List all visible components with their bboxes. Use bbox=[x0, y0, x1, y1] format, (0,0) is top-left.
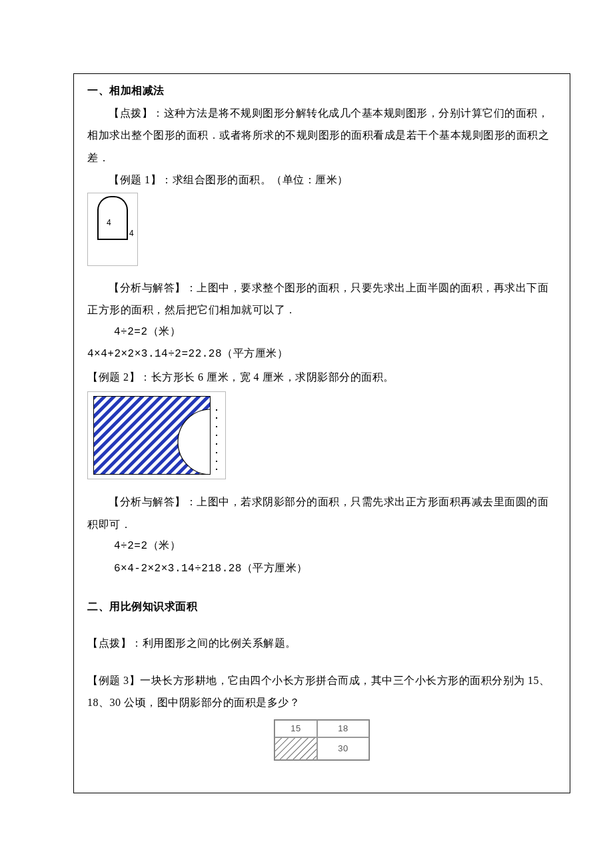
example1-answer: 【分析与解答】：上图中，要求整个图形的面积，只要先求出上面半圆的面积，再求出下面… bbox=[87, 277, 556, 321]
section2-heading: 二、用比例知识求面积 bbox=[87, 595, 556, 618]
section1-heading: 一、相加相减法 bbox=[87, 79, 556, 102]
example1-text: ：求组合图形的面积。（单位：厘米） bbox=[161, 174, 348, 185]
tip-text-2: ：利用图形之间的比例关系解题。 bbox=[131, 637, 297, 649]
example3-figure: 15 18 30 bbox=[87, 719, 556, 768]
example2-label: 【例题 2】 bbox=[87, 371, 140, 383]
example1-title: 【例题 1】：求组合图形的面积。（单位：厘米） bbox=[87, 169, 556, 191]
example1-answer-label: 【分析与解答】 bbox=[109, 282, 186, 293]
example2-text: ：长方形长 6 厘米，宽 4 厘米，求阴影部分的面积。 bbox=[140, 371, 394, 383]
svg-rect-1 bbox=[93, 396, 211, 475]
example1-calc1: 4÷2=2（米） bbox=[87, 321, 556, 344]
example2-answer: 【分析与解答】：上图中，若求阴影部分的面积，只需先求出正方形面积再减去里面圆的面… bbox=[87, 491, 556, 535]
square-shape bbox=[97, 209, 128, 240]
grid-cell-br: 30 bbox=[317, 737, 369, 760]
example1-label: 【例题 1】 bbox=[109, 174, 161, 185]
hatch-fill-icon bbox=[275, 737, 316, 760]
example3-text: 一块长方形耕地，它由四个小长方形拼合而成，其中三个小长方形的面积分别为 15、1… bbox=[87, 675, 550, 709]
svg-rect-4 bbox=[275, 737, 316, 760]
section2-tip: 【点拨】：利用图形之间的比例关系解题。 bbox=[87, 632, 556, 655]
example3-label: 【例题 3】 bbox=[87, 675, 140, 686]
example1-figure: 4 4 bbox=[87, 193, 138, 266]
grid-cell-tl: 15 bbox=[275, 720, 317, 737]
grid-cell-shaded bbox=[275, 737, 317, 760]
example3-title: 【例题 3】一块长方形耕地，它由四个小长方形拼合而成，其中三个小长方形的面积分别… bbox=[87, 669, 556, 714]
example2-answer-label: 【分析与解答】 bbox=[109, 496, 186, 507]
example2-calc2: 6×4-2×2×3.14÷218.28（平方厘米） bbox=[87, 558, 556, 581]
section1-tip: 【点拨】：这种方法是将不规则图形分解转化成几个基本规则图形，分别计算它们的面积，… bbox=[87, 102, 556, 169]
hatched-rect-icon bbox=[93, 396, 219, 475]
figure1-label-side: 4 bbox=[129, 225, 134, 242]
dotted-edge bbox=[215, 409, 219, 471]
example2-calc1: 4÷2=2（米） bbox=[87, 535, 556, 558]
example2-figure bbox=[87, 391, 226, 479]
tip-label-2: 【点拨】 bbox=[87, 637, 131, 649]
tip-text: ：这种方法是将不规则图形分解转化成几个基本规则图形，分别计算它们的面积，相加求出… bbox=[87, 107, 549, 163]
figure1-label-top: 4 bbox=[107, 215, 111, 231]
example1-calc2: 4×4+2×2×3.14÷2=22.28（平方厘米） bbox=[87, 343, 556, 366]
page-content: 一、相加相减法 【点拨】：这种方法是将不规则图形分解转化成几个基本规则图形，分别… bbox=[74, 74, 570, 775]
grid-cell-tr: 18 bbox=[317, 720, 369, 737]
example2-title: 【例题 2】：长方形长 6 厘米，宽 4 厘米，求阴影部分的面积。 bbox=[87, 366, 556, 389]
tip-label: 【点拨】 bbox=[109, 107, 153, 119]
page-border: 一、相加相减法 【点拨】：这种方法是将不规则图形分解转化成几个基本规则图形，分别… bbox=[73, 73, 570, 793]
